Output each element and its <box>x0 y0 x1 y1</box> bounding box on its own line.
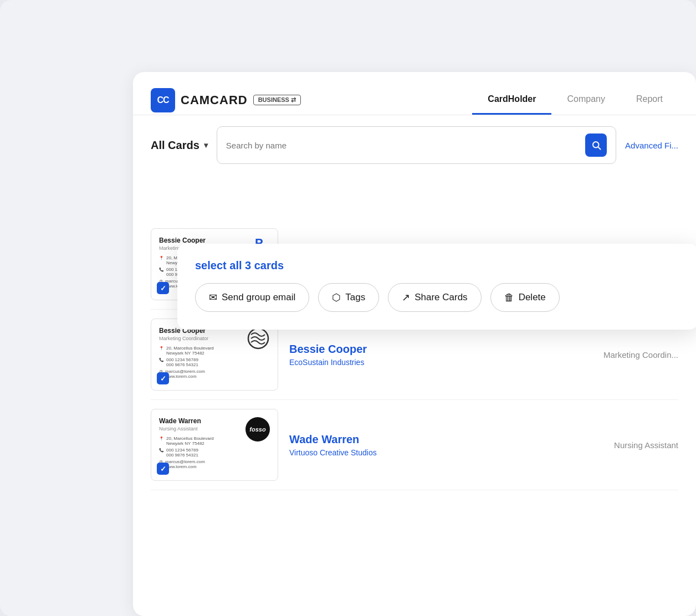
selection-panel: select all 3 cards ✉ Send group email ⬡ … <box>177 244 696 330</box>
tab-company[interactable]: Company <box>551 85 620 115</box>
company-logo-fosso: fosso <box>245 417 270 442</box>
email-icon: ✉ <box>209 291 217 304</box>
location-icon: 📍 <box>159 437 164 441</box>
phone-icon: 📞 <box>159 358 164 362</box>
svg-line-1 <box>598 147 600 149</box>
card-email-detail: @ marcus@lorem.comwww.lorem.com <box>159 369 270 379</box>
select-all-text[interactable]: select all 3 cards <box>195 259 680 272</box>
main-card: CC CAMCARD BUSINESS ⇄ CardHolder Company… <box>133 72 696 616</box>
company-logo-circle <box>247 327 270 350</box>
card-phone: 📞 000 1234 56789000 9876 54321 <box>159 357 270 367</box>
contact-company: Virtuoso Creative Studios <box>289 448 592 457</box>
logo-icon: CC <box>151 88 175 112</box>
business-badge: BUSINESS ⇄ <box>253 95 301 105</box>
card-checkbox[interactable]: ✓ <box>157 463 169 475</box>
location-icon: 📍 <box>159 346 164 351</box>
contact-name: Bessie Cooper <box>289 343 581 356</box>
action-buttons: ✉ Send group email ⬡ Tags ↗ Share Cards … <box>195 283 680 312</box>
advanced-filter-link[interactable]: Advanced Fi... <box>625 141 678 150</box>
card-phone: 📞 000 1234 56789000 9876 54321 <box>159 448 270 458</box>
business-card-preview: Wade Warren Nursing Assistant 📍 20, Marc… <box>151 409 278 481</box>
search-input[interactable] <box>226 141 580 150</box>
card-checkbox[interactable]: ✓ <box>157 372 169 384</box>
toolbar: All Cards ▾ Advanced Fi... <box>133 115 696 175</box>
share-cards-button[interactable]: ↗ Share Cards <box>388 283 481 312</box>
share-icon: ↗ <box>402 291 410 304</box>
contact-info: Wade Warren Virtuoso Creative Studios <box>289 433 592 457</box>
app-container: CC CAMCARD BUSINESS ⇄ CardHolder Company… <box>0 0 696 616</box>
tag-icon: ⬡ <box>332 291 341 304</box>
app-name: CAMCARD <box>181 93 248 107</box>
header: CC CAMCARD BUSINESS ⇄ CardHolder Company… <box>133 72 696 115</box>
tags-button[interactable]: ⬡ Tags <box>318 283 379 312</box>
chevron-down-icon: ▾ <box>204 141 208 150</box>
contact-name: Wade Warren <box>289 433 592 446</box>
location-icon: 📍 <box>159 256 164 260</box>
send-group-email-button[interactable]: ✉ Send group email <box>195 283 309 312</box>
contact-role: Marketing Coordin... <box>603 350 678 360</box>
card-email-detail: @ marcus@lorem.comwww.lorem.com <box>159 459 270 469</box>
logo-area: CC CAMCARD BUSINESS ⇄ <box>151 88 301 112</box>
phone-icon: 📞 <box>159 448 164 453</box>
phone-icon: 📞 <box>159 268 164 272</box>
contact-company: EcoSustain Industries <box>289 358 581 367</box>
table-row[interactable]: Wade Warren Nursing Assistant 📍 20, Marc… <box>151 400 678 490</box>
card-checkbox[interactable]: ✓ <box>157 282 169 294</box>
trash-icon: 🗑 <box>504 292 514 304</box>
search-bar <box>217 126 616 164</box>
delete-button[interactable]: 🗑 Delete <box>490 283 560 312</box>
search-button[interactable] <box>585 134 607 157</box>
nav-tabs: CardHolder Company Report <box>472 85 678 115</box>
tab-cardholder[interactable]: CardHolder <box>472 85 551 115</box>
all-cards-dropdown[interactable]: All Cards ▾ <box>151 139 208 152</box>
contact-info: Bessie Cooper EcoSustain Industries <box>289 343 581 367</box>
tab-report[interactable]: Report <box>621 85 678 115</box>
contact-role: Nursing Assistant <box>614 440 678 450</box>
